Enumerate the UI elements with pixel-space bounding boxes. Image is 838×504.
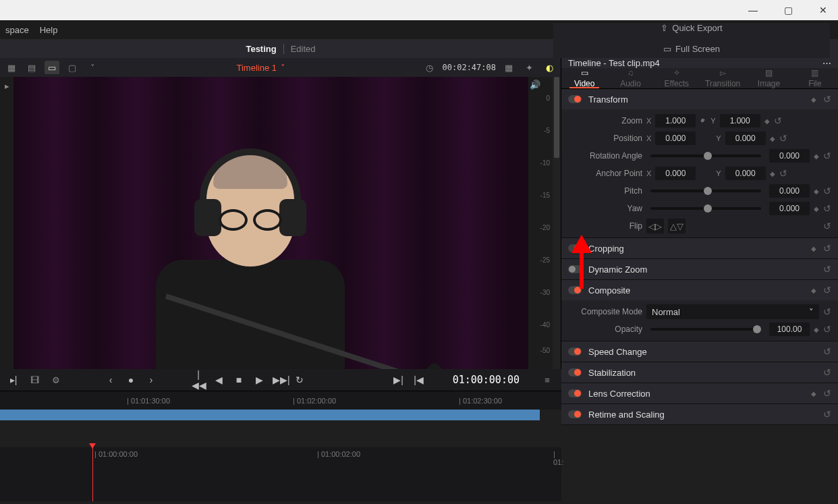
chevron-down-icon[interactable]: ˅ bbox=[281, 63, 285, 73]
timeline-ruler[interactable]: | 01:00:00:00| 01:00:02:00| 01: bbox=[0, 447, 561, 501]
playhead[interactable] bbox=[92, 447, 93, 501]
lens-correction-toggle[interactable] bbox=[568, 389, 582, 397]
keyframe-icon[interactable]: ◆ bbox=[814, 152, 819, 160]
anchor-y-input[interactable]: 0.000 bbox=[725, 167, 766, 180]
menu-help[interactable]: Help bbox=[40, 25, 58, 35]
full-screen-button[interactable]: ▭ Full Screen bbox=[663, 44, 720, 54]
keyframe-icon[interactable]: ◆ bbox=[811, 390, 816, 397]
prev-clip-icon[interactable]: |◀ bbox=[412, 374, 426, 385]
reset-icon[interactable]: ↺ bbox=[779, 133, 787, 144]
reset-icon[interactable]: ↺ bbox=[823, 94, 831, 105]
more-icon[interactable]: ⋯ bbox=[822, 58, 831, 68]
maximize-button[interactable]: ▢ bbox=[779, 1, 798, 20]
section-lens-correction-header[interactable]: Lens Correction ◆↺ bbox=[561, 383, 838, 403]
reset-icon[interactable]: ↺ bbox=[823, 221, 831, 231]
reset-icon[interactable]: ↺ bbox=[823, 264, 831, 275]
reset-icon[interactable]: ↺ bbox=[823, 150, 831, 161]
menu-workspace[interactable]: space bbox=[5, 25, 29, 35]
tool-2-icon[interactable]: ⚙ bbox=[49, 373, 63, 387]
reset-icon[interactable]: ↺ bbox=[779, 168, 787, 179]
keyframe-icon[interactable]: ◆ bbox=[811, 96, 816, 103]
tab-audio[interactable]: ♫Audio bbox=[607, 68, 653, 88]
close-button[interactable]: ✕ bbox=[814, 1, 833, 20]
pitch-input[interactable]: 0.000 bbox=[769, 184, 810, 198]
tab-effects[interactable]: ✧Effects bbox=[654, 68, 700, 88]
keyframe-icon[interactable]: ◆ bbox=[814, 188, 819, 195]
section-retime-header[interactable]: Retime and Scaling ↺ bbox=[561, 404, 838, 424]
tab-video[interactable]: ▭Video bbox=[561, 68, 607, 88]
view-mode-1-icon[interactable]: ▦ bbox=[4, 61, 19, 74]
position-y-input[interactable]: 0.000 bbox=[725, 132, 766, 145]
transform-toggle[interactable] bbox=[568, 95, 582, 103]
viewer-opt-3-icon[interactable]: ◐ bbox=[542, 61, 557, 74]
play-icon[interactable]: ▶ bbox=[252, 374, 266, 385]
rotation-slider[interactable] bbox=[650, 155, 761, 157]
tool-1-icon[interactable]: 🎞 bbox=[27, 373, 42, 387]
reset-icon[interactable]: ↺ bbox=[823, 367, 831, 378]
opacity-slider[interactable] bbox=[650, 328, 761, 331]
viewer-opt-2-icon[interactable]: ✦ bbox=[522, 61, 536, 74]
loop-icon[interactable]: ↻ bbox=[293, 374, 306, 385]
reset-icon[interactable]: ↺ bbox=[823, 409, 831, 420]
stop-icon[interactable]: ■ bbox=[232, 374, 246, 385]
next-marker-icon[interactable]: › bbox=[144, 374, 158, 385]
transport-timecode[interactable]: 01:00:00:00 bbox=[453, 374, 520, 386]
flip-v-button[interactable]: △▽ bbox=[668, 219, 686, 233]
keyframe-icon[interactable]: ◆ bbox=[770, 135, 775, 142]
reverse-icon[interactable]: ◀ bbox=[212, 374, 225, 385]
section-transform-header[interactable]: Transform ◆ ↺ bbox=[561, 89, 838, 109]
rotation-input[interactable]: 0.000 bbox=[769, 149, 810, 163]
viewer-opt-1-icon[interactable]: ▦ bbox=[501, 61, 516, 74]
reset-icon[interactable]: ↺ bbox=[823, 324, 831, 335]
reset-icon[interactable]: ↺ bbox=[823, 306, 831, 317]
menu-icon[interactable]: ≡ bbox=[540, 373, 555, 387]
link-icon[interactable]: ⚭ bbox=[698, 115, 709, 127]
go-end-icon[interactable]: ▶▶| bbox=[273, 374, 286, 385]
section-cropping-header[interactable]: Cropping ◆↺ bbox=[561, 238, 838, 258]
retime-toggle[interactable] bbox=[568, 410, 582, 418]
composite-toggle[interactable] bbox=[568, 286, 582, 294]
zoom-x-input[interactable]: 1.000 bbox=[655, 114, 696, 128]
keyframe-icon[interactable]: ◆ bbox=[764, 117, 770, 125]
prev-marker-icon[interactable]: ‹ bbox=[104, 374, 117, 385]
speaker-icon[interactable]: 🔊 bbox=[530, 80, 540, 90]
zoom-y-input[interactable]: 1.000 bbox=[720, 114, 760, 128]
anchor-x-input[interactable]: 0.000 bbox=[655, 167, 696, 180]
chevron-down-icon[interactable]: ˅ bbox=[85, 61, 100, 74]
yaw-slider[interactable] bbox=[650, 207, 761, 210]
stabilization-toggle[interactable] bbox=[568, 368, 582, 376]
flip-h-button[interactable]: ◁▷ bbox=[646, 219, 664, 233]
view-mode-3-icon[interactable]: ▭ bbox=[45, 61, 59, 74]
view-mode-4-icon[interactable]: ▢ bbox=[65, 61, 80, 74]
marker-end-icon[interactable]: ▸| bbox=[7, 374, 20, 385]
go-start-icon[interactable]: |◀◀ bbox=[192, 369, 205, 391]
keyframe-icon[interactable]: ◆ bbox=[811, 287, 816, 294]
tab-file[interactable]: ▥File bbox=[792, 68, 838, 88]
composite-mode-select[interactable]: Normal˅ bbox=[646, 304, 819, 319]
timeline-name[interactable]: Timeline 1 bbox=[237, 63, 277, 73]
keyframe-icon[interactable]: ◆ bbox=[814, 326, 819, 333]
section-composite-header[interactable]: Composite ◆↺ bbox=[561, 280, 838, 300]
reset-icon[interactable]: ↺ bbox=[823, 203, 831, 214]
timeline-ruler-mini[interactable]: | 01:01:30:00| 01:02:00:00| 01:02:30:00 bbox=[0, 391, 561, 410]
marker-flag-icon[interactable]: ▸ bbox=[5, 81, 9, 91]
keyframe-icon[interactable]: ◆ bbox=[814, 205, 819, 213]
reset-icon[interactable]: ↺ bbox=[774, 115, 782, 126]
reset-icon[interactable]: ↺ bbox=[823, 346, 831, 357]
speed-change-toggle[interactable] bbox=[568, 347, 582, 356]
quick-export-button[interactable]: ⇧ Quick Export bbox=[661, 23, 722, 33]
keyframe-icon[interactable]: ◆ bbox=[770, 170, 775, 177]
dynamic-zoom-toggle[interactable] bbox=[568, 265, 582, 273]
next-clip-icon[interactable]: ▶| bbox=[392, 374, 406, 385]
timeline-track-mini[interactable] bbox=[0, 410, 540, 420]
reset-icon[interactable]: ↺ bbox=[823, 388, 831, 399]
section-dynamic-zoom-header[interactable]: Dynamic Zoom ↺ bbox=[561, 259, 838, 279]
keyframe-icon[interactable]: ◆ bbox=[811, 245, 816, 252]
audio-meter-scrollbar[interactable] bbox=[553, 77, 561, 369]
tab-transition[interactable]: ▻Transition bbox=[700, 68, 746, 88]
cropping-toggle[interactable] bbox=[568, 244, 582, 252]
pitch-slider[interactable] bbox=[650, 190, 761, 192]
record-icon[interactable]: ● bbox=[124, 374, 138, 385]
section-stabilization-header[interactable]: Stabilization ↺ bbox=[561, 362, 838, 383]
opacity-input[interactable]: 100.00 bbox=[769, 323, 810, 336]
